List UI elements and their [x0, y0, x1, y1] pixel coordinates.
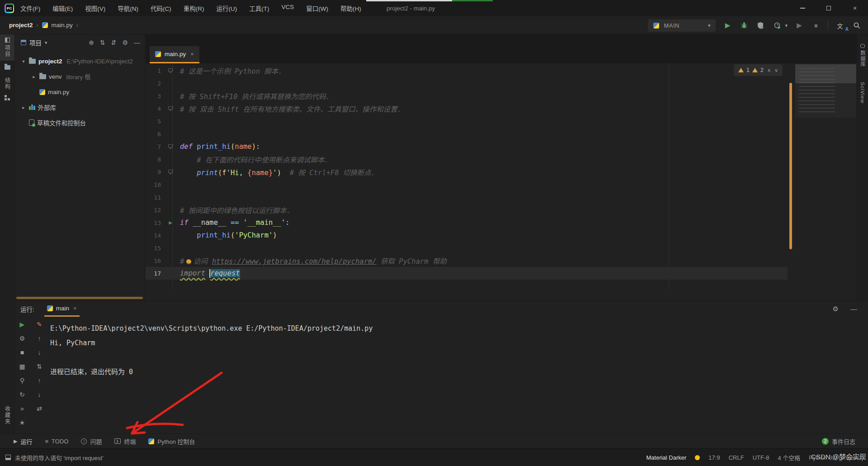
- run-tab-main[interactable]: main ×: [44, 301, 80, 317]
- chevron-down-icon[interactable]: ▾: [785, 23, 788, 29]
- menu-item-1[interactable]: 文件(F): [20, 4, 40, 13]
- stop-button[interactable]: ■: [811, 20, 821, 30]
- theme-widget[interactable]: Material Darker: [646, 454, 687, 461]
- tab-main-py[interactable]: main.py ×: [150, 46, 199, 63]
- chevron-icon[interactable]: ▾: [21, 59, 26, 64]
- rerun-icon[interactable]: ▶: [20, 321, 25, 328]
- menu-item-7[interactable]: 运行(U): [217, 4, 237, 13]
- inspections-widget[interactable]: 1 2 ∧ ∨: [734, 64, 783, 76]
- tool-button-run[interactable]: ▶运行: [14, 437, 32, 446]
- menu-item-10[interactable]: 窗口(W): [306, 4, 328, 13]
- run-configuration-select[interactable]: MAIN ▾: [648, 19, 716, 32]
- run-line-icon[interactable]: ▶: [169, 219, 172, 226]
- sort-icon[interactable]: ⇅: [37, 363, 42, 370]
- menu-item-3[interactable]: 视图(V): [85, 4, 105, 13]
- minimize-button[interactable]: [789, 0, 816, 16]
- breadcrumb-project[interactable]: project2: [9, 22, 33, 29]
- gear-icon[interactable]: ⚙: [122, 39, 128, 46]
- prev-occurrence-icon[interactable]: ↑: [38, 335, 41, 342]
- run-button[interactable]: ▶: [722, 20, 732, 30]
- bookmarks-icon[interactable]: [5, 65, 10, 70]
- scroll-up-icon[interactable]: ↑: [38, 377, 41, 384]
- vertical-scrollbar-thumb[interactable]: [789, 83, 792, 249]
- run-console-output[interactable]: E:\Python-IDEA\project2\venv\Scripts\pyt…: [50, 321, 373, 379]
- coverage-button[interactable]: [756, 20, 766, 30]
- fold-marker-icon[interactable]: [168, 144, 173, 149]
- tool-button-terminal[interactable]: ❯终端: [114, 437, 136, 446]
- pin-icon[interactable]: ⚲: [20, 377, 24, 384]
- tree-row-main.py[interactable]: main.py: [15, 84, 145, 100]
- menu-item-5[interactable]: 代码(C): [151, 4, 171, 13]
- hide-panel-icon[interactable]: —: [134, 39, 140, 46]
- close-tab-icon[interactable]: ×: [190, 51, 194, 57]
- menu-item-6[interactable]: 重构(R): [184, 4, 204, 13]
- breadcrumb-file[interactable]: main.py: [52, 22, 73, 29]
- settings-icon[interactable]: ⚙: [19, 335, 25, 342]
- close-tab-icon[interactable]: ×: [73, 305, 77, 312]
- tool-button-python-console[interactable]: Python 控制台: [148, 437, 195, 446]
- stop-icon[interactable]: ■: [20, 349, 24, 356]
- profiler-button[interactable]: [773, 20, 783, 30]
- chevron-down-icon[interactable]: ▾: [45, 40, 47, 46]
- tool-button-favorites[interactable]: 收藏夹: [0, 403, 14, 428]
- clear-icon[interactable]: ↻: [19, 391, 25, 398]
- restore-layout-icon[interactable]: ▦: [19, 363, 25, 370]
- indent-widget[interactable]: 4 个空格: [778, 453, 800, 462]
- menu-bar: 文件(F)编辑(E)视图(V)导航(N)代码(C)重构(R)运行(U)工具(T)…: [20, 4, 361, 13]
- menu-item-11[interactable]: 帮助(H): [340, 4, 361, 13]
- edit-config-icon[interactable]: ✎: [37, 321, 42, 328]
- tool-button-todo[interactable]: ≡TODO: [45, 438, 68, 445]
- event-log-button[interactable]: 2 事件日志: [822, 437, 855, 446]
- more-icon[interactable]: »: [20, 405, 24, 412]
- collapse-all-icon[interactable]: ⇵: [111, 39, 117, 46]
- tool-button-problems[interactable]: !问题: [81, 437, 102, 446]
- locate-file-icon[interactable]: ⊕: [89, 39, 94, 46]
- code-editor[interactable]: 1# 这是一个示例 Python 脚本.23# 按 Shift+F10 执行或将…: [146, 63, 857, 290]
- accent-color-icon[interactable]: [695, 455, 700, 460]
- close-button[interactable]: ×: [842, 0, 868, 16]
- code-minimap[interactable]: [795, 64, 856, 118]
- favorite-star-icon[interactable]: ★: [19, 419, 25, 426]
- tree-row-project2[interactable]: ▾project2E:\Python-IDEA\project2: [15, 53, 145, 69]
- horizontal-scrollbar[interactable]: [16, 297, 143, 299]
- bottom-tool-buttons: ▶运行≡TODO!问题❯终端Python 控制台: [0, 437, 195, 446]
- expand-all-icon[interactable]: ⇅: [100, 39, 105, 46]
- tree-row-草稿文件和控制台[interactable]: 草稿文件和控制台: [15, 115, 145, 130]
- tool-button-project[interactable]: 项目: [0, 34, 14, 61]
- next-problem-icon[interactable]: ∨: [774, 67, 778, 73]
- tool-button-structure[interactable]: 结构: [0, 74, 14, 93]
- project-panel-title[interactable]: 项目: [29, 38, 42, 47]
- search-everywhere-button[interactable]: [852, 20, 862, 30]
- fold-marker-icon[interactable]: [168, 106, 173, 111]
- menu-item-2[interactable]: 编辑(E): [52, 4, 73, 13]
- tool-button-sciview[interactable]: SciView: [857, 79, 868, 107]
- line-ending-widget[interactable]: CRLF: [729, 454, 744, 461]
- debug-button[interactable]: [739, 20, 749, 30]
- intention-bulb-icon[interactable]: [186, 259, 191, 264]
- run-disabled-button[interactable]: ▶: [794, 20, 804, 30]
- maximize-button[interactable]: [816, 0, 842, 16]
- next-occurrence-icon[interactable]: ↓: [38, 349, 41, 356]
- prev-problem-icon[interactable]: ∧: [767, 67, 771, 73]
- encoding-widget[interactable]: UTF-8: [753, 454, 769, 461]
- chevron-icon[interactable]: ▸: [31, 74, 37, 79]
- menu-item-9[interactable]: VCS: [282, 4, 294, 13]
- tool-button-database[interactable]: 数据库: [857, 41, 868, 71]
- hide-panel-icon[interactable]: —: [850, 305, 857, 313]
- line-number: 10: [146, 181, 161, 188]
- tree-row-外部库[interactable]: ▸外部库: [15, 100, 145, 115]
- token: # 在下面的代码行中使用断点来调试脚本.: [197, 156, 329, 164]
- gear-icon[interactable]: ⚙: [833, 305, 839, 313]
- fold-marker-icon[interactable]: [168, 170, 173, 175]
- tree-row-venv[interactable]: ▸venvlibrary 根: [15, 69, 145, 84]
- fold-marker-icon[interactable]: [168, 68, 173, 73]
- menu-item-8[interactable]: 工具(T): [249, 4, 269, 13]
- soft-wrap-icon[interactable]: ⇄: [37, 405, 42, 412]
- menu-item-4[interactable]: 导航(N): [118, 4, 138, 13]
- caret-position-widget[interactable]: 17:9: [708, 454, 720, 461]
- chevron-icon[interactable]: ▸: [21, 105, 26, 110]
- translate-button[interactable]: 文A: [835, 20, 845, 30]
- scroll-down-icon[interactable]: ↓: [38, 391, 41, 398]
- structure-blocks-icon[interactable]: [5, 95, 10, 100]
- toolwindow-toggle-icon[interactable]: [5, 455, 11, 460]
